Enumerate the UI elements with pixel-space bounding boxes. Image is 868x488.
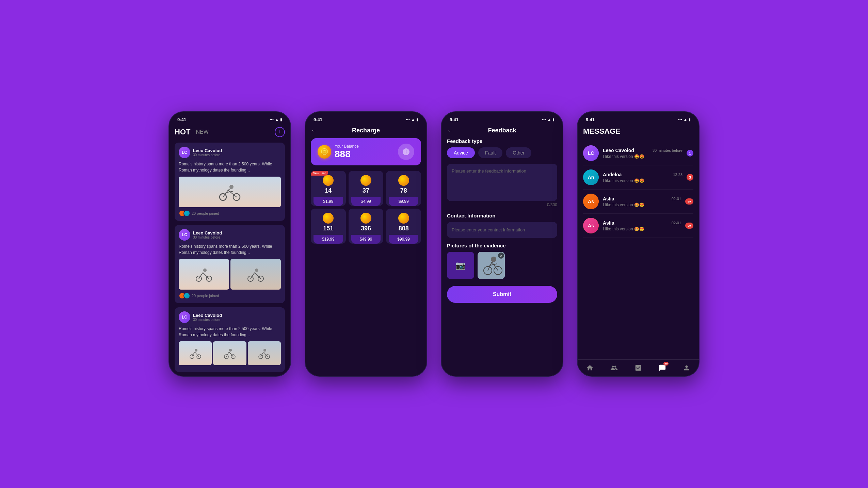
feedback-type-fault[interactable]: Fault <box>478 147 502 158</box>
feedback-type-advice[interactable]: Advice <box>447 147 475 158</box>
hot-label: HOT <box>175 128 190 136</box>
avatar-stack-1 <box>179 210 190 217</box>
feed-text-1: Rome's history spans more than 2,500 yea… <box>179 161 281 173</box>
msg-name-3: Aslia <box>603 220 614 226</box>
feed-user-info-1: Leeo Cavoiod 30 minutes before <box>193 148 222 157</box>
status-time-1: 9:41 <box>177 117 186 122</box>
tab-friends[interactable] <box>609 363 619 373</box>
recharge-item-5[interactable]: 808 $99.99 <box>386 209 421 244</box>
tab-tasks[interactable] <box>633 363 643 373</box>
status-time-3: 9:41 <box>450 117 459 122</box>
msg-avatar-3: As <box>583 218 599 233</box>
status-bar-2: 9:41 ▪▪▪ ▲ ▮ <box>305 112 427 124</box>
status-time-4: 9:41 <box>586 117 595 122</box>
svg-point-11 <box>203 269 207 272</box>
feed-images-2 <box>179 259 281 290</box>
feed-footer-2: 20 people joined <box>179 292 281 299</box>
tab-home[interactable] <box>585 363 595 373</box>
msg-preview-2: I like this version 🤩😍 <box>603 202 681 207</box>
evidence-images: 📷 ✕ <box>447 252 557 279</box>
feed-footer-1: 20 people joined <box>179 210 281 217</box>
joined-text-1: 20 people joined <box>192 211 219 215</box>
msg-time-3: 02-01 <box>672 221 681 225</box>
coin-sm-0 <box>323 175 334 186</box>
avatar-stack-2 <box>179 292 190 299</box>
msg-badge-2: 99 <box>685 198 693 205</box>
message-item-2[interactable]: As Aslia 02-01 I like this version 🤩😍 99 <box>583 190 693 214</box>
msg-name-2: Aslia <box>603 196 614 201</box>
message-header: MESSAGE <box>578 124 699 141</box>
recharge-item-1[interactable]: 37 $4.99 <box>349 171 384 206</box>
svg-point-16 <box>255 269 258 272</box>
joined-text-2: 20 people joined <box>192 294 219 298</box>
battery-icon-2: ▮ <box>416 117 418 122</box>
feedback-type-other[interactable]: Other <box>506 147 531 158</box>
feedback-types: Advice Fault Other <box>447 147 557 158</box>
msg-name-row-1: Andeloa 12:23 <box>603 172 682 177</box>
recharge-item-2[interactable]: 78 $9.99 <box>386 171 421 206</box>
status-icons-3: ▪▪▪ ▲ ▮ <box>542 117 554 122</box>
add-button[interactable]: + <box>275 127 285 137</box>
evidence-add-button[interactable]: 📷 <box>447 252 474 279</box>
feed-image-3c <box>248 341 281 365</box>
coin-amount-4: 396 <box>361 225 371 232</box>
submit-button[interactable]: Submit <box>447 286 557 303</box>
battery-icon-3: ▮ <box>552 117 554 122</box>
feed-image-3b <box>213 341 246 365</box>
svg-point-5 <box>229 185 234 189</box>
battery-icon-4: ▮ <box>689 117 691 122</box>
feed-image-2b <box>230 259 281 290</box>
new-label: NEW <box>196 129 208 135</box>
message-item-0[interactable]: LC Leeo Cavoiod 30 minutes before I like… <box>583 141 693 165</box>
msg-avatar-0: LC <box>583 145 599 161</box>
msg-avatar-1: An <box>583 169 599 185</box>
feed-username-1: Leeo Cavoiod <box>193 148 222 153</box>
coin-sm-4 <box>360 213 371 224</box>
msg-time-0: 30 minutes before <box>653 148 682 152</box>
msg-body-0: Leeo Cavoiod 30 minutes before I like th… <box>603 148 682 159</box>
msg-name-row-2: Aslia 02-01 <box>603 196 681 201</box>
coin-amount-5: 808 <box>399 225 409 232</box>
message-item-3[interactable]: As Aslia 02-01 I like this version 🤩😍 99 <box>583 214 693 238</box>
coin-icon-large: 🪙 <box>318 145 331 159</box>
coin-amount-3: 151 <box>323 225 333 232</box>
tab-profile[interactable] <box>682 363 691 373</box>
message-item-1[interactable]: An Andeloa 12:23 I like this version 🤩😍 … <box>583 165 693 190</box>
tab-messages[interactable]: 99 <box>658 363 667 373</box>
feed-images-1 <box>179 177 281 207</box>
msg-time-2: 02-01 <box>672 197 681 201</box>
coin-price-2: $9.99 <box>389 197 418 206</box>
svg-line-4 <box>228 189 230 190</box>
feed-image-1 <box>179 177 281 207</box>
coin-price-5: $99.99 <box>389 235 418 244</box>
back-button-2[interactable]: ← <box>311 127 318 134</box>
feed-time-3: 30 minutes before <box>193 318 222 322</box>
recharge-item-3[interactable]: 151 $19.99 <box>311 209 346 244</box>
evidence-label: Pictures of the evidence <box>447 243 557 248</box>
back-button-3[interactable]: ← <box>447 127 454 134</box>
coin-sm-3 <box>323 213 334 224</box>
svg-line-24 <box>226 352 229 357</box>
new-user-badge: New user <box>311 171 328 176</box>
status-bar-1: 9:41 ▪▪▪ ▲ ▮ <box>169 112 290 124</box>
feed-user-info-2: Leeo Cavoiod 30 minutes before <box>193 230 222 239</box>
balance-amount: 888 <box>335 149 359 160</box>
msg-body-2: Aslia 02-01 I like this version 🤩😍 <box>603 196 681 207</box>
evidence-close-button[interactable]: ✕ <box>498 253 504 259</box>
coin-sm-2 <box>398 175 409 186</box>
msg-body-1: Andeloa 12:23 I like this version 🤩😍 <box>603 172 682 183</box>
tab-bar: 99 <box>578 359 699 376</box>
status-icons-4: ▪▪▪ ▲ ▮ <box>678 117 691 122</box>
feedback-textarea[interactable]: Please enter the feedback information <box>447 164 557 201</box>
phone-message: 9:41 ▪▪▪ ▲ ▮ MESSAGE LC Leeo Cavoiod 30 … <box>577 111 700 377</box>
contact-input[interactable]: Please enter your contact information <box>447 222 557 238</box>
message-title: MESSAGE <box>583 127 693 136</box>
recharge-item-4[interactable]: 396 $49.99 <box>349 209 384 244</box>
message-list: LC Leeo Cavoiod 30 minutes before I like… <box>578 141 699 238</box>
balance-left: 🪙 Your Balance 888 <box>318 144 359 160</box>
msg-preview-0: I like this version 🤩😍 <box>603 154 682 159</box>
wifi-icon-3: ▲ <box>547 117 551 121</box>
feed-card-3: LC Leeo Cavoiod 30 minutes before Rome's… <box>175 307 285 372</box>
status-icons-1: ▪▪▪ ▲ ▮ <box>270 117 282 122</box>
recharge-item-0[interactable]: New user 14 $1.99 <box>311 171 346 206</box>
